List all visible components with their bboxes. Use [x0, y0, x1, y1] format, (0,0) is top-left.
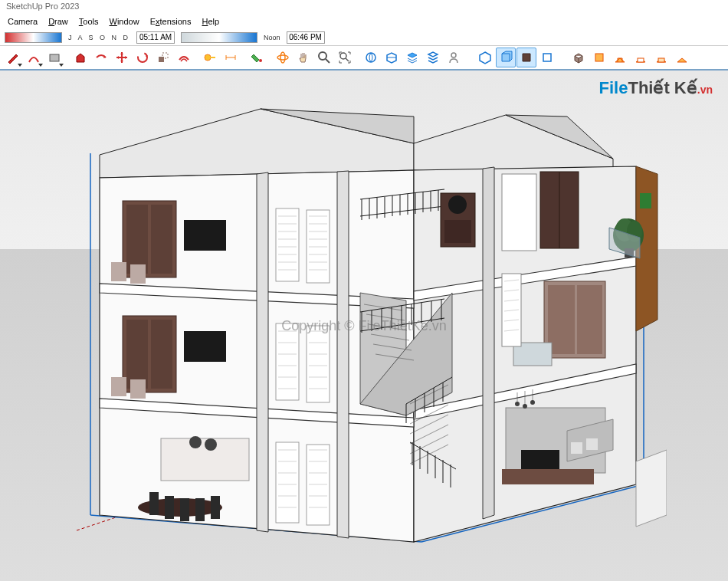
geo-location-tool[interactable]: [361, 48, 381, 67]
push-pull-tool[interactable]: [71, 48, 90, 67]
svg-rect-40: [180, 498, 189, 521]
svg-rect-162: [571, 442, 582, 454]
svg-point-12: [451, 53, 456, 57]
back-edges-tool[interactable]: [496, 48, 516, 67]
time-gradient[interactable]: [181, 32, 257, 43]
menu-extensions[interactable]: Extensions: [146, 15, 196, 28]
svg-rect-28: [111, 262, 126, 281]
shaded-tool[interactable]: [516, 48, 536, 67]
svg-rect-170: [640, 193, 651, 208]
left-view-tool[interactable]: [672, 48, 692, 67]
svg-rect-39: [165, 496, 174, 519]
svg-rect-31: [126, 320, 148, 389]
svg-rect-50: [307, 445, 330, 525]
offset-tool[interactable]: [174, 48, 194, 67]
main-toolbar: [0, 46, 728, 71]
svg-rect-34: [111, 377, 126, 396]
rotate-tool[interactable]: [133, 48, 152, 67]
svg-rect-42: [211, 496, 220, 519]
menu-tools[interactable]: Tools: [74, 15, 103, 28]
viewport-3d[interactable]: FileThiết Kế.vn: [0, 71, 728, 581]
svg-rect-25: [126, 205, 148, 274]
arc-tool[interactable]: [24, 48, 44, 67]
menu-help[interactable]: Help: [197, 15, 224, 28]
app-title: SketchUp Pro 2023: [6, 2, 79, 11]
zoom-extents-tool[interactable]: [335, 48, 355, 67]
menu-window[interactable]: Window: [105, 15, 144, 28]
svg-rect-33: [184, 331, 226, 362]
svg-rect-13: [595, 54, 603, 61]
svg-point-8: [280, 52, 285, 63]
svg-point-6: [259, 59, 262, 62]
iso-view-tool[interactable]: [569, 48, 589, 67]
svg-point-1: [138, 53, 147, 62]
scale-tool[interactable]: [153, 48, 173, 67]
svg-rect-142: [444, 220, 471, 243]
watermark-logo: FileThiết Kế.vn: [599, 78, 713, 98]
svg-rect-38: [149, 492, 159, 515]
rectangle-tool[interactable]: [44, 48, 64, 67]
svg-point-9: [319, 52, 326, 60]
tape-measure-tool[interactable]: [200, 48, 220, 67]
date-gradient[interactable]: [5, 32, 62, 43]
move-tool[interactable]: [112, 48, 132, 67]
svg-rect-45: [276, 208, 299, 281]
xray-tool[interactable]: [475, 48, 495, 67]
svg-rect-41: [195, 498, 205, 521]
svg-rect-46: [307, 210, 330, 283]
noon-label: Noon: [264, 34, 280, 41]
svg-rect-161: [502, 469, 594, 484]
svg-rect-152: [502, 274, 521, 346]
pan-tool[interactable]: [293, 48, 313, 67]
svg-rect-49: [276, 442, 299, 523]
back-view-tool[interactable]: [651, 48, 671, 67]
svg-rect-5: [210, 57, 215, 58]
svg-point-7: [277, 55, 288, 60]
title-bar: SketchUp Pro 2023: [0, 0, 728, 14]
zoom-tool[interactable]: [314, 48, 334, 67]
month-labels: J A S O N D: [68, 34, 130, 41]
menu-draw[interactable]: Draw: [44, 15, 73, 28]
pencil-tool[interactable]: [3, 48, 23, 67]
svg-point-143: [448, 195, 467, 214]
svg-rect-163: [586, 438, 598, 450]
person-tool[interactable]: [444, 48, 464, 67]
svg-rect-15: [658, 58, 664, 62]
menu-camera[interactable]: Camera: [3, 15, 42, 28]
section-tool[interactable]: [382, 48, 402, 67]
svg-point-11: [366, 53, 375, 62]
svg-rect-27: [184, 220, 226, 251]
svg-point-44: [205, 438, 217, 451]
svg-rect-35: [130, 379, 146, 399]
svg-rect-2: [159, 57, 164, 62]
svg-rect-149: [577, 285, 602, 354]
svg-rect-32: [151, 320, 172, 389]
follow-me-tool[interactable]: [91, 48, 111, 67]
orbit-tool[interactable]: [273, 48, 293, 67]
front-view-tool[interactable]: [610, 48, 630, 67]
menu-bar: Camera Draw Tools Window Extensions Help: [0, 14, 728, 29]
outliner-tool[interactable]: [423, 48, 443, 67]
time-end-input[interactable]: 06:46 PM: [287, 31, 325, 44]
svg-rect-26: [151, 205, 172, 274]
svg-rect-48: [307, 326, 330, 402]
time-start-input[interactable]: 05:11 AM: [136, 31, 175, 44]
shadow-settings-bar: J A S O N D 05:11 AM Noon 06:46 PM: [0, 29, 728, 46]
wireframe-tool[interactable]: [537, 48, 557, 67]
building-model: [77, 101, 667, 553]
svg-point-4: [205, 54, 211, 61]
layers-tool[interactable]: [402, 48, 422, 67]
svg-rect-144: [502, 174, 536, 251]
paint-bucket-tool[interactable]: [247, 48, 267, 67]
top-view-tool[interactable]: [589, 48, 609, 67]
dimensions-tool[interactable]: [221, 48, 241, 67]
svg-point-43: [189, 436, 202, 448]
svg-rect-0: [50, 54, 59, 61]
svg-point-10: [340, 53, 346, 59]
svg-rect-14: [638, 58, 644, 62]
right-view-tool[interactable]: [631, 48, 651, 67]
svg-rect-29: [130, 264, 146, 284]
